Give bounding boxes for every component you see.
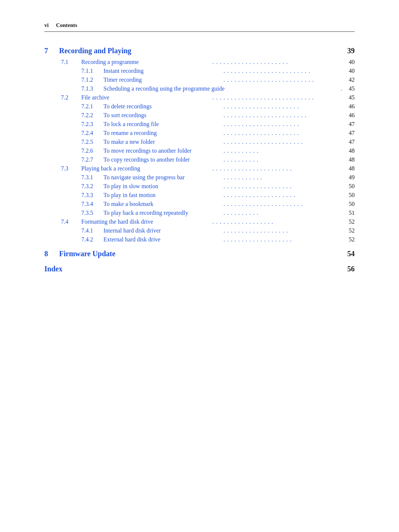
subsection-7-4-2-dots: . . . . . . . . . . . . . . . . . . .	[224, 236, 342, 243]
subsection-7-3-3-title: To play in fast motion	[103, 192, 222, 199]
page-header: vi Contents	[44, 22, 355, 32]
subsection-7-4-1-dots: . . . . . . . . . . . . . . . . . .	[224, 227, 342, 234]
subsection-7-4-1-num: 7.4.1	[81, 227, 103, 234]
subsection-7-2-6-dots: . . . . . . . . . .	[224, 148, 342, 154]
chapter-7-num: 7	[44, 47, 59, 55]
chapter-8-title: Firmware Update	[59, 250, 344, 258]
section-7-3-row: 7.3 Playing back a recording . . . . . .…	[44, 165, 355, 172]
subsection-7-2-7-row: 7.2.7 To copy recordings to another fold…	[44, 156, 355, 163]
section-7-3-num: 7.3	[61, 165, 81, 172]
subsection-7-3-2-row: 7.3.2 To play in slow motion . . . . . .…	[44, 183, 355, 190]
subsection-7-1-3-title: Scheduling a recording using the program…	[103, 85, 339, 92]
subsection-7-2-1-num: 7.2.1	[81, 103, 103, 110]
subsection-7-4-1-row: 7.4.1 Internal hard disk driver . . . . …	[44, 227, 355, 234]
subsection-7-3-1-dots: . . . . . . . . . . .	[224, 174, 342, 181]
section-7-4-num: 7.4	[61, 218, 81, 225]
section-7-3-page: 48	[344, 165, 355, 172]
subsection-7-3-3-num: 7.3.3	[81, 192, 103, 199]
subsection-7-3-5-title: To play back a recording repeatedly	[103, 210, 222, 216]
subsection-7-1-2-page: 42	[344, 77, 355, 83]
subsection-7-4-1-page: 52	[344, 227, 355, 234]
chapter-7-title: Recording and Playing	[59, 47, 344, 55]
subsection-7-2-2-row: 7.2.2 To sort recordings . . . . . . . .…	[44, 112, 355, 119]
subsection-7-2-7-dots: . . . . . . . . . .	[224, 156, 342, 163]
section-7-2-title: File archive	[81, 94, 211, 101]
subsection-7-1-1-title: Instant recording	[103, 68, 222, 74]
subsection-7-2-5-title: To make a new folder	[103, 139, 222, 145]
chapter-7-page: 39	[347, 47, 355, 55]
subsection-7-3-2-title: To play in slow motion	[103, 183, 222, 190]
subsection-7-3-4-dots: . . . . . . . . . . . . . . . . . . . . …	[224, 201, 342, 207]
subsection-7-3-5-num: 7.3.5	[81, 210, 103, 216]
subsection-7-1-1-dots: . . . . . . . . . . . . . . . . . . . . …	[224, 68, 342, 74]
subsection-7-2-4-num: 7.2.4	[81, 130, 103, 136]
subsection-7-1-3-num: 7.1.3	[81, 85, 103, 92]
subsection-7-2-1-row: 7.2.1 To delete recordings . . . . . . .…	[44, 103, 355, 110]
section-7-2-num: 7.2	[61, 94, 81, 101]
subsection-7-1-1-page: 40	[344, 68, 355, 74]
subsection-7-3-5-dots: . . . . . . . . . .	[224, 210, 342, 216]
section-7-4-dots: . . . . . . . . . . . . . . . . .	[212, 218, 342, 225]
subsection-7-2-1-title: To delete recordings	[103, 103, 222, 110]
subsection-7-2-2-title: To sort recordings	[103, 112, 222, 119]
subsection-7-1-2-row: 7.1.2 Timer recording . . . . . . . . . …	[44, 77, 355, 83]
subsection-7-2-6-row: 7.2.6 To move recordings to another fold…	[44, 148, 355, 154]
section-7-2-page: 45	[344, 94, 355, 101]
subsection-7-3-1-page: 49	[344, 174, 355, 181]
subsection-7-2-7-title: To copy recordings to another folder	[103, 156, 222, 163]
subsection-7-2-5-num: 7.2.5	[81, 139, 103, 145]
subsection-7-1-1-row: 7.1.1 Instant recording . . . . . . . . …	[44, 68, 355, 74]
subsection-7-4-2-num: 7.4.2	[81, 236, 103, 243]
subsection-7-2-6-page: 48	[344, 148, 355, 154]
subsection-7-1-3-row: 7.1.3 Scheduling a recording using the p…	[44, 85, 355, 92]
section-7-1-row: 7.1 Recording a programme . . . . . . . …	[44, 59, 355, 65]
subsection-7-2-3-dots: . . . . . . . . . . . . . . . . . . . . …	[224, 121, 342, 128]
index-page: 56	[347, 265, 355, 273]
chapter-8-row: 8 Firmware Update 54	[44, 250, 355, 258]
subsection-7-2-3-row: 7.2.3 To lock a recording file . . . . .…	[44, 121, 355, 128]
subsection-7-2-4-page: 47	[344, 130, 355, 136]
subsection-7-2-1-page: 46	[344, 103, 355, 110]
subsection-7-1-3-page: 45	[344, 85, 355, 92]
subsection-7-3-3-page: 50	[344, 192, 355, 199]
subsection-7-3-5-page: 51	[344, 210, 355, 216]
subsection-7-4-1-title: Internal hard disk driver	[103, 227, 222, 234]
section-7-4-page: 52	[344, 218, 355, 225]
section-7-2-dots: . . . . . . . . . . . . . . . . . . . . …	[212, 94, 342, 101]
subsection-7-2-5-row: 7.2.5 To make a new folder . . . . . . .…	[44, 139, 355, 145]
subsection-7-2-3-title: To lock a recording file	[103, 121, 222, 128]
index-row: Index 56	[44, 265, 355, 273]
subsection-7-3-2-page: 50	[344, 183, 355, 190]
chapter-8-page: 54	[347, 250, 355, 258]
page-roman: vi	[44, 22, 49, 28]
subsection-7-3-3-dots: . . . . . . . . . . . . . . . . . . . .	[224, 192, 342, 199]
subsection-7-2-6-title: To move recordings to another folder	[103, 148, 222, 154]
subsection-7-3-4-title: To make a bookmark	[103, 201, 222, 207]
subsection-7-2-2-num: 7.2.2	[81, 112, 103, 119]
section-7-2-row: 7.2 File archive . . . . . . . . . . . .…	[44, 94, 355, 101]
subsection-7-2-2-dots: . . . . . . . . . . . . . . . . . . . . …	[224, 112, 342, 119]
section-7-1-title: Recording a programme	[81, 59, 211, 65]
subsection-7-3-2-num: 7.3.2	[81, 183, 103, 190]
subsection-7-3-1-num: 7.3.1	[81, 174, 103, 181]
subsection-7-4-2-row: 7.4.2 External hard disk drive . . . . .…	[44, 236, 355, 243]
subsection-7-2-6-num: 7.2.6	[81, 148, 103, 154]
chapter-8-num: 8	[44, 250, 59, 258]
subsection-7-3-4-page: 50	[344, 201, 355, 207]
subsection-7-1-2-title: Timer recording	[103, 77, 222, 83]
subsection-7-3-1-title: To navigate using the progress bar	[103, 174, 222, 181]
subsection-7-3-5-row: 7.3.5 To play back a recording repeatedl…	[44, 210, 355, 216]
section-7-4-title: Formatting the hard disk drive	[81, 218, 211, 225]
page: vi Contents 7 Recording and Playing 39 7…	[0, 0, 399, 306]
section-7-3-dots: . . . . . . . . . . . . . . . . . . . . …	[212, 165, 342, 172]
page-header-title: Contents	[56, 22, 78, 28]
subsection-7-2-4-title: To rename a recording	[103, 130, 222, 136]
subsection-7-2-1-dots: . . . . . . . . . . . . . . . . . . . . …	[224, 103, 342, 110]
subsection-7-3-3-row: 7.3.3 To play in fast motion . . . . . .…	[44, 192, 355, 199]
subsection-7-4-2-title: External hard disk drive	[103, 236, 222, 243]
subsection-7-1-1-num: 7.1.1	[81, 68, 103, 74]
subsection-7-3-4-num: 7.3.4	[81, 201, 103, 207]
section-7-1-num: 7.1	[61, 59, 81, 65]
chapter-7-row: 7 Recording and Playing 39	[44, 47, 355, 55]
section-7-4-row: 7.4 Formatting the hard disk drive . . .…	[44, 218, 355, 225]
